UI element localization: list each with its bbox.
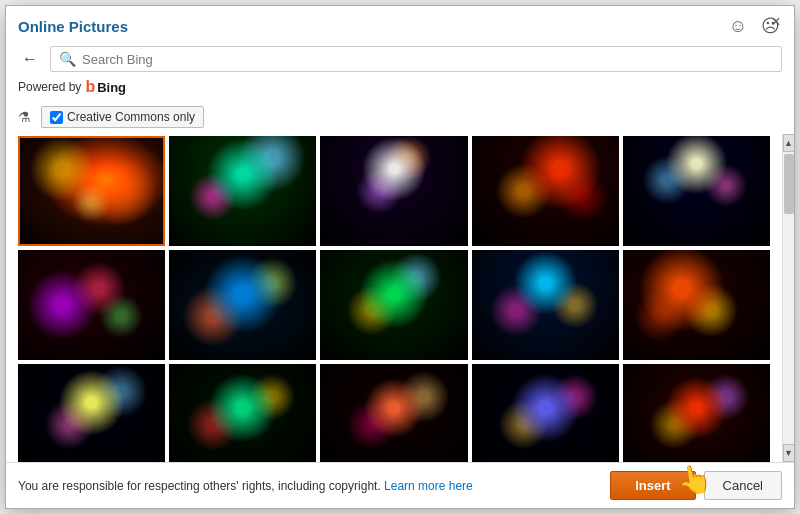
search-icon: 🔍 <box>59 51 76 67</box>
search-input[interactable] <box>82 52 773 67</box>
image-cell-14[interactable] <box>472 364 619 462</box>
rights-static-text: You are responsible for respecting other… <box>18 479 381 493</box>
action-buttons: 👆 Insert Cancel <box>610 471 782 500</box>
search-bar: ← 🔍 <box>6 42 794 76</box>
cc-label: Creative Commons only <box>67 110 195 124</box>
image-cell-8[interactable] <box>320 250 467 360</box>
image-row-1 <box>18 136 770 246</box>
bing-text: Bing <box>97 80 126 95</box>
image-cell-12[interactable] <box>169 364 316 462</box>
creative-commons-checkbox[interactable]: Creative Commons only <box>41 106 204 128</box>
close-button[interactable]: × <box>766 12 786 32</box>
bing-b-letter: b <box>85 78 95 96</box>
learn-more-link[interactable]: Learn more here <box>384 479 473 493</box>
scroll-up-arrow[interactable]: ▲ <box>783 134 795 152</box>
dialog-title: Online Pictures <box>18 18 128 35</box>
powered-by-text: Powered by <box>18 80 81 94</box>
image-grid <box>6 134 782 462</box>
powered-by-label: Powered by b Bing <box>6 76 794 102</box>
back-button[interactable]: ← <box>18 47 42 71</box>
image-cell-7[interactable] <box>169 250 316 360</box>
title-bar: Online Pictures ☺ ☹ × <box>6 6 794 42</box>
image-cell-10[interactable] <box>623 250 770 360</box>
filter-bar: ⚗ Creative Commons only <box>6 102 794 134</box>
emoji-smile-button[interactable]: ☺ <box>726 14 750 38</box>
scroll-down-arrow[interactable]: ▼ <box>783 444 795 462</box>
hand-pointer-icon: 👆 <box>674 460 714 499</box>
image-area: ▲ ▼ <box>6 134 794 462</box>
online-pictures-dialog: Online Pictures ☺ ☹ × ← 🔍 Powered by b B… <box>5 5 795 509</box>
image-cell-15[interactable] <box>623 364 770 462</box>
image-row-2 <box>18 250 770 360</box>
cancel-button[interactable]: Cancel <box>704 471 782 500</box>
image-cell-11[interactable] <box>18 364 165 462</box>
image-cell-5[interactable] <box>623 136 770 246</box>
bing-logo: b Bing <box>85 78 126 96</box>
rights-text: You are responsible for respecting other… <box>18 479 473 493</box>
image-cell-6[interactable] <box>18 250 165 360</box>
image-cell-13[interactable] <box>320 364 467 462</box>
image-cell-9[interactable] <box>472 250 619 360</box>
scroll-thumb[interactable] <box>784 154 794 214</box>
image-cell-2[interactable] <box>169 136 316 246</box>
scrollbar: ▲ ▼ <box>782 134 794 462</box>
image-cell-3[interactable] <box>320 136 467 246</box>
image-cell-1[interactable] <box>18 136 165 246</box>
bottom-bar: You are responsible for respecting other… <box>6 462 794 508</box>
image-row-3 <box>18 364 770 462</box>
filter-icon[interactable]: ⚗ <box>18 109 31 125</box>
cc-checkbox-input[interactable] <box>50 111 63 124</box>
search-box-container: 🔍 <box>50 46 782 72</box>
image-cell-4[interactable] <box>472 136 619 246</box>
